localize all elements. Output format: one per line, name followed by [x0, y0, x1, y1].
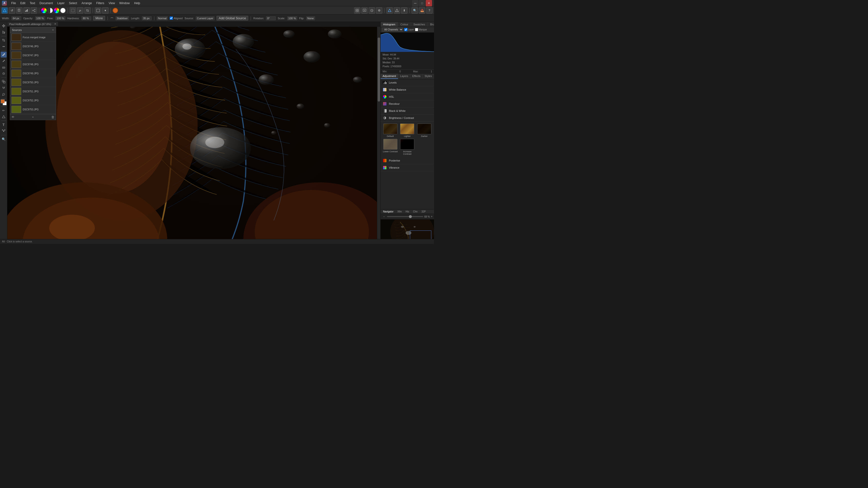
- marquee-checkbox[interactable]: [415, 28, 418, 31]
- menu-window[interactable]: Window: [117, 1, 132, 5]
- source-add-button[interactable]: +: [32, 115, 34, 119]
- hardness-input[interactable]: 80 %: [82, 16, 91, 20]
- paint-brush-tool[interactable]: [1, 52, 7, 58]
- histogram-channel-select[interactable]: All Channels: [382, 28, 403, 32]
- hsl-btn[interactable]: [54, 8, 59, 13]
- inpaint-tool[interactable]: [1, 71, 7, 76]
- crop-tool[interactable]: [1, 37, 7, 43]
- source-select[interactable]: Current Layer: [196, 16, 215, 20]
- affinity-photo-btn[interactable]: [394, 7, 400, 14]
- vertical-scrollbar-thumb[interactable]: [378, 37, 380, 102]
- color-swatch-fg[interactable]: [113, 8, 118, 13]
- move-tool[interactable]: [1, 23, 7, 29]
- rotation-input[interactable]: 0°: [266, 16, 276, 20]
- add-global-source-button[interactable]: Add Global Source: [217, 16, 248, 21]
- nav-tab-chn[interactable]: Chn: [411, 209, 419, 214]
- crop-btn[interactable]: [84, 7, 91, 14]
- more-button[interactable]: More: [93, 16, 105, 21]
- maximize-button[interactable]: □: [419, 0, 425, 6]
- preset-increase-contrast[interactable]: Increase Contrast: [400, 139, 415, 155]
- select-all-btn[interactable]: [70, 7, 76, 14]
- menu-filters[interactable]: Filters: [94, 1, 106, 5]
- zoom-plus-button[interactable]: +: [431, 215, 433, 218]
- history-btn[interactable]: [369, 7, 375, 14]
- source-item-4[interactable]: DSC9749.JPG: [10, 69, 56, 78]
- scale-input[interactable]: 100 %: [287, 16, 297, 20]
- zoom-slider-thumb[interactable]: [409, 215, 412, 218]
- clone-tool[interactable]: [1, 79, 7, 85]
- adj-black-white[interactable]: Black & White: [381, 107, 434, 115]
- blend-mode-select[interactable]: Normal: [157, 16, 168, 20]
- color-swatch-container[interactable]: [1, 99, 7, 105]
- adj-brightness-contrast[interactable]: Brightness / Contrast: [381, 115, 434, 122]
- white-point-btn[interactable]: [60, 8, 66, 13]
- source-item-1[interactable]: DSC9746.JPG: [10, 42, 56, 51]
- preset-lower-contrast[interactable]: Lower Contrast: [382, 139, 398, 155]
- adj-recolour[interactable]: Recolour: [381, 100, 434, 107]
- help-icon-btn[interactable]: ?: [426, 7, 433, 14]
- opacity-input[interactable]: 100 %: [35, 16, 45, 20]
- view-grid-btn[interactable]: [354, 7, 360, 14]
- source-item-0[interactable]: Focus merged image: [10, 33, 56, 42]
- source-item-2[interactable]: DSC9747.JPG: [10, 51, 56, 60]
- stabiliser-toggle[interactable]: Stabiliser: [116, 16, 129, 20]
- adj-tab-adjustment[interactable]: Adjustment: [381, 73, 398, 79]
- menu-file[interactable]: File: [9, 1, 18, 5]
- straighten-tool[interactable]: [1, 43, 7, 50]
- adj-white-balance[interactable]: White Balance: [381, 86, 434, 93]
- export-persona-btn[interactable]: 📤: [419, 7, 425, 14]
- import-btn[interactable]: ⬇: [401, 7, 407, 14]
- pen-select-btn[interactable]: [77, 7, 83, 14]
- refresh-btn[interactable]: ↺: [9, 7, 15, 14]
- source-item-3[interactable]: DSC9748.JPG: [10, 60, 56, 69]
- colour-tab[interactable]: Colour: [398, 22, 411, 27]
- source-item-6[interactable]: DSC9751.JPG: [10, 87, 56, 96]
- nav-tab-his[interactable]: His: [404, 209, 411, 214]
- zoom-minus-button[interactable]: −: [382, 215, 386, 219]
- menu-view[interactable]: View: [107, 1, 117, 5]
- source-item-7[interactable]: DSC9752.JPG: [10, 96, 56, 105]
- pen-tool[interactable]: ✏: [1, 107, 7, 113]
- shapes-tool[interactable]: [1, 114, 7, 120]
- rect-btn[interactable]: [95, 7, 101, 14]
- zoom-view-tool[interactable]: 🔍: [1, 136, 7, 142]
- adj-vibrance[interactable]: Vibrance: [381, 164, 434, 171]
- vertical-scrollbar[interactable]: [377, 27, 380, 240]
- sources-close-button[interactable]: ×: [52, 28, 54, 32]
- color-wheel[interactable]: [41, 8, 46, 13]
- flow-input[interactable]: 100 %: [55, 16, 65, 20]
- source-delete-button[interactable]: 🗑: [51, 115, 54, 119]
- adj-posterise[interactable]: Posterise: [381, 157, 434, 164]
- nav-tab-xfm[interactable]: Xfm: [396, 209, 403, 214]
- smudge-tool[interactable]: [1, 85, 7, 91]
- text-tool[interactable]: T: [1, 122, 7, 128]
- adj-levels[interactable]: Levels: [381, 79, 434, 86]
- document-btn[interactable]: [16, 7, 23, 14]
- swatches-tab[interactable]: Swatches: [411, 22, 428, 27]
- affinity-btn[interactable]: [1, 7, 8, 14]
- export-btn[interactable]: [361, 7, 368, 14]
- flip-select[interactable]: None: [306, 16, 315, 20]
- menu-select[interactable]: Select: [67, 1, 79, 5]
- width-input[interactable]: 64 px: [11, 16, 21, 20]
- paint-mode-btn[interactable]: [1, 58, 7, 64]
- nav-tab-navigator[interactable]: Navigator: [381, 209, 395, 214]
- close-button[interactable]: ✕: [426, 0, 432, 6]
- share-btn[interactable]: [31, 7, 37, 14]
- zoom-slider[interactable]: [387, 216, 423, 217]
- source-eye-button[interactable]: 👁: [11, 115, 14, 119]
- adj-tab-effects[interactable]: Effects: [410, 73, 423, 79]
- menu-arrange[interactable]: Arrange: [80, 1, 94, 5]
- preset-lighter[interactable]: Lighter: [400, 124, 415, 137]
- length-input[interactable]: 35 px: [142, 16, 152, 20]
- zoom-tool-btn[interactable]: 🔍: [411, 7, 418, 14]
- select-tool[interactable]: [1, 29, 7, 35]
- source-item-8[interactable]: DSC9753.JPG: [10, 105, 56, 114]
- preset-darker[interactable]: Darker: [416, 124, 432, 137]
- eraser-tool[interactable]: [1, 64, 7, 70]
- contrast-btn[interactable]: [48, 8, 53, 13]
- affinity-home-btn[interactable]: [386, 7, 393, 14]
- preset-default[interactable]: Default: [382, 124, 398, 137]
- menu-document[interactable]: Document: [37, 1, 55, 5]
- dodge-burn-tool[interactable]: [1, 91, 7, 97]
